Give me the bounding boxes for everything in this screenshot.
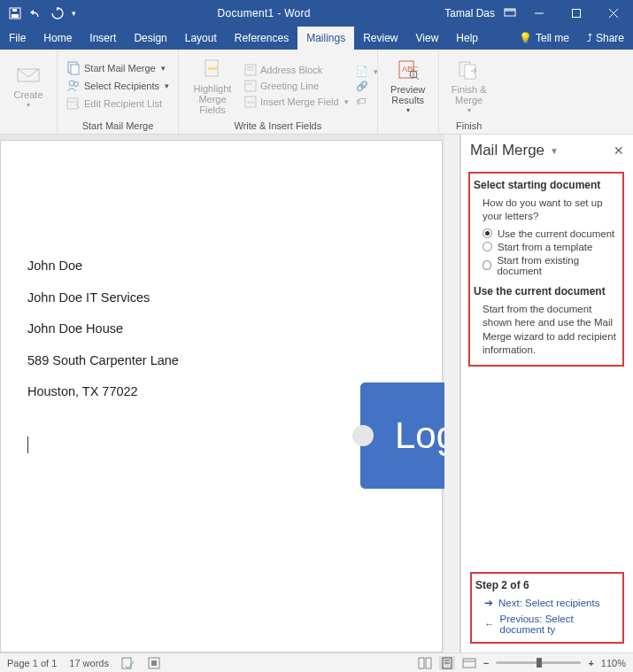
zoom-slider[interactable] [496,661,581,664]
ribbon: Create▾ x Start Mail Merge▾ Select Recip… [0,50,633,135]
subsection-heading: Use the current document [474,285,619,297]
macro-icon[interactable] [148,657,160,669]
page-status[interactable]: Page 1 of 1 [7,658,57,668]
tab-help[interactable]: Help [447,27,487,50]
start-mail-merge-button[interactable]: Start Mail Merge▾ [65,60,171,76]
tab-insert[interactable]: Insert [81,27,125,50]
pane-options-icon[interactable]: ▼ [550,146,559,156]
greeting-icon [244,80,257,92]
select-recipients-button[interactable]: Select Recipients▾ [65,78,171,94]
tab-mailings[interactable]: Mailings [297,27,354,50]
address-block-label: Address Block [260,65,322,75]
svg-rect-35 [426,658,431,668]
preview-icon: ABC [396,58,421,82]
close-button[interactable] [599,1,628,26]
create-label: Create [13,89,42,100]
arrow-left-icon: ← [484,619,495,630]
edit-list-icon [66,97,81,111]
svg-rect-14 [67,98,78,109]
save-icon[interactable] [5,4,25,23]
title-bar: ▾ Document1 - Word Tamal Das [0,0,633,27]
section-prompt: How do you want to set up your letters? [482,197,619,223]
window-title: Document1 - Word [83,7,444,19]
tell-me-label: Tell me [536,32,569,44]
redo-icon[interactable] [48,4,67,23]
address-line[interactable]: John Doe House [27,321,442,338]
envelope-icon [16,63,41,88]
section-heading: Select starting document [474,179,619,191]
vertical-scrollbar[interactable] [444,135,460,653]
tab-references[interactable]: References [226,27,297,50]
logo-text: Log [395,414,444,457]
highlight-merge-fields-button: Highlight Merge Fields [186,53,239,119]
web-layout-icon[interactable] [462,657,476,669]
tab-file[interactable]: File [0,27,35,50]
highlight-box-top: Select starting document How do you want… [468,172,624,367]
svg-rect-1 [12,14,19,18]
logo-shape[interactable]: Log [360,382,444,489]
group-label-write-insert: Write & Insert Fields [186,119,370,134]
tab-view[interactable]: View [407,27,448,50]
tab-review[interactable]: Review [354,27,406,50]
edit-recipient-label: Edit Recipient List [84,98,162,109]
svg-text:«»: «» [247,98,255,106]
ribbon-tabs: File Home Insert Design Layout Reference… [0,27,633,50]
pane-title: Mail Merge [470,142,544,159]
svg-rect-30 [465,65,475,79]
insert-merge-field-button: «»Insert Merge Field▾ [243,95,351,109]
minimize-button[interactable] [525,1,553,26]
rules-icon: 📄 [356,66,368,77]
address-line[interactable]: John Doe IT Services [27,290,442,307]
ribbon-display-icon[interactable] [504,8,516,19]
finish-merge-button: Finish & Merge▾ [446,53,492,119]
update-labels-button: 🏷 [354,95,370,107]
zoom-out-button[interactable]: − [483,658,489,668]
zoom-level[interactable]: 110% [601,658,626,668]
address-line[interactable]: John Doe [27,258,442,275]
next-step-link[interactable]: ➔Next: Select recipients [484,597,615,609]
edit-recipient-list-button: Edit Recipient List [65,96,171,112]
prev-step-label: Previous: Select document ty [500,614,616,635]
radio-existing[interactable]: Start from existing document [482,255,619,276]
text-cursor [27,436,28,453]
spellcheck-icon[interactable] [121,657,135,669]
tab-home[interactable]: Home [35,27,81,50]
finish-label: Finish & Merge [452,84,487,105]
print-layout-icon[interactable] [439,656,455,670]
title-bar-right: Tamal Das [444,1,633,26]
status-bar: Page 1 of 1 17 words − + 110% [0,653,633,672]
qat-dropdown-icon[interactable]: ▾ [69,4,78,23]
svg-rect-21 [245,81,256,91]
zoom-in-button[interactable]: + [588,658,593,668]
svg-line-28 [416,77,419,80]
radio-label: Use the current document [498,228,614,239]
create-envelopes-button[interactable]: Create▾ [7,53,50,119]
user-name[interactable]: Tamal Das [444,7,495,19]
pane-close-button[interactable]: ✕ [614,143,624,158]
prev-step-link[interactable]: ←Previous: Select document ty [484,614,615,635]
tab-layout[interactable]: Layout [176,27,226,50]
radio-use-current[interactable]: Use the current document [482,228,619,239]
group-preview: ABC Preview Results▾ x [378,50,439,134]
rules-button: 📄▾ [354,65,370,78]
document-area[interactable]: John Doe John Doe IT Services John Doe H… [0,135,444,653]
word-count[interactable]: 17 words [69,658,109,668]
share-button[interactable]: ⤴Share [578,27,633,50]
tell-me-search[interactable]: 💡Tell me [510,27,578,50]
radio-label: Start from existing document [497,255,619,276]
subsection-desc: Start from the document shown here and u… [482,303,619,358]
arrow-right-icon: ➔ [484,597,493,609]
address-line[interactable]: 589 South Carpenter Lane [27,352,442,370]
undo-icon[interactable] [27,4,46,23]
address-icon [244,64,257,76]
preview-results-button[interactable]: ABC Preview Results▾ [385,53,431,119]
radio-template[interactable]: Start from a template [482,242,619,252]
svg-rect-33 [151,660,157,666]
read-mode-icon[interactable] [418,657,432,669]
highlight-label: Highlight Merge Fields [186,83,239,115]
tab-design[interactable]: Design [125,27,175,50]
workspace: John Doe John Doe IT Services John Doe H… [0,135,633,653]
maximize-button[interactable] [562,1,591,26]
update-icon: 🏷 [356,96,366,106]
mail-merge-pane: Mail Merge ▼ ✕ Select starting document … [460,135,633,653]
